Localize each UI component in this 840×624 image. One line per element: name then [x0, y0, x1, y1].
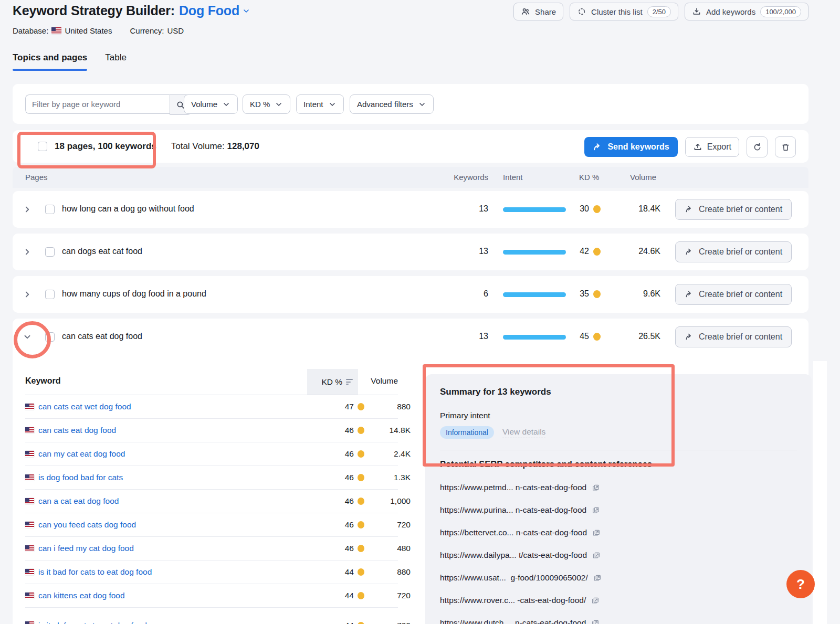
select-all-checkbox[interactable]	[38, 142, 47, 151]
keyword-link[interactable]: can i feed my cat dog food	[38, 544, 134, 553]
add-keywords-label: Add keywords	[706, 7, 755, 16]
external-link-icon[interactable]	[591, 596, 600, 605]
page-row-expanded: can cats eat dog food 13 45 26.5K Create…	[13, 319, 808, 624]
volume-filter-dropdown[interactable]: Volume	[184, 94, 238, 114]
tab-table[interactable]: Table	[105, 52, 127, 69]
summary-title: Summary for 13 keywords	[440, 387, 797, 397]
volume-value: 1.3K	[366, 473, 411, 482]
serp-url-row: https://www.dailypa... t/cats-eat-dog-fo…	[440, 544, 797, 566]
serp-url[interactable]: https://www.usat... g-food/10009065002/	[440, 573, 588, 583]
us-flag-icon	[25, 404, 34, 410]
delete-button[interactable]	[775, 136, 796, 157]
row-checkbox[interactable]	[45, 332, 55, 342]
keyword-link[interactable]: is it bad for cats to eat dog food	[38, 567, 152, 577]
kd-value: 46	[319, 473, 354, 482]
expand-chevron-icon[interactable]	[21, 203, 34, 216]
keywords-count: 13	[444, 204, 488, 214]
filter-bar: Volume KD % Intent Advanced filters	[13, 84, 808, 124]
share-button[interactable]: Share	[513, 3, 563, 20]
refresh-button[interactable]	[747, 136, 768, 157]
chevron-down-icon	[242, 7, 250, 15]
advanced-filters-dropdown[interactable]: Advanced filters	[350, 94, 434, 114]
view-details-link[interactable]: View details	[502, 427, 545, 438]
keyword-link[interactable]: can cats eat dog food	[38, 426, 116, 435]
page-title-text: how many cups of dog food in a pound	[62, 289, 206, 299]
kd-value: 35	[558, 289, 589, 299]
collapse-chevron-icon[interactable]	[21, 331, 34, 343]
serp-url[interactable]: https://www.dutch.... n-cats-eat-dog-foo…	[440, 618, 586, 624]
serp-url[interactable]: https://www.dailypa... t/cats-eat-dog-fo…	[440, 551, 587, 560]
advanced-filters-label: Advanced filters	[357, 100, 413, 109]
intent-filter-label: Intent	[303, 100, 323, 109]
external-link-icon[interactable]	[592, 506, 600, 514]
scrollbar-track[interactable]	[813, 361, 827, 624]
expand-chevron-icon[interactable]	[21, 288, 34, 301]
page-title-text: can cats eat dog food	[62, 332, 142, 341]
create-brief-button[interactable]: Create brief or content	[675, 199, 792, 220]
serp-url-row: https://www.dutch.... n-cats-eat-dog-foo…	[440, 611, 797, 624]
kd-filter-dropdown[interactable]: KD %	[243, 94, 290, 114]
chevron-down-icon	[222, 100, 230, 109]
serp-url[interactable]: https://bettervet.co... n-cats-eat-dog-f…	[440, 528, 587, 537]
keywords-count: 13	[444, 332, 488, 341]
add-keywords-button[interactable]: Add keywords 100/2,000	[685, 3, 808, 20]
keyword-row: can kittens eat dog food 44 720	[25, 584, 398, 608]
intent-bar	[503, 292, 566, 297]
serp-url[interactable]: https://www.purina... n-cats-eat-dog-foo…	[440, 505, 586, 515]
help-button[interactable]: ?	[786, 570, 815, 598]
page-title-text: can dogs eat cat food	[62, 247, 142, 256]
export-button[interactable]: Export	[685, 137, 739, 157]
search-input[interactable]	[25, 94, 170, 114]
us-flag-icon	[25, 522, 34, 528]
serp-url[interactable]: https://www.petmd... n-cats-eat-dog-food	[440, 483, 586, 492]
volume-value: 24.6K	[618, 247, 660, 256]
selection-summary: 18 pages, 100 keywords	[55, 141, 156, 152]
kd-col-header-sort[interactable]: KD %	[307, 369, 358, 395]
serp-url[interactable]: https://www.rover.c... -cats-eat-dog-foo…	[440, 596, 586, 605]
row-checkbox[interactable]	[45, 205, 55, 214]
intent-filter-dropdown[interactable]: Intent	[296, 94, 344, 114]
col-header-pages: Pages	[25, 173, 48, 182]
expand-chevron-icon[interactable]	[21, 246, 34, 258]
keyword-link[interactable]: can my cat eat dog food	[38, 449, 125, 459]
row-checkbox[interactable]	[45, 247, 55, 257]
list-name: Dog Food	[179, 3, 239, 18]
keyword-row: can cats eat wet dog food 47 880	[25, 395, 398, 419]
col-header-keywords: Keywords	[446, 173, 488, 182]
volume-value: 26.5K	[618, 332, 660, 341]
external-link-icon[interactable]	[592, 528, 601, 537]
create-brief-button[interactable]: Create brief or content	[675, 326, 792, 347]
send-keywords-button[interactable]: Send keywords	[584, 137, 677, 157]
keyword-link[interactable]: is dog food bad for cats	[38, 473, 123, 482]
keyword-link[interactable]: is it ok for cats to eat dog food	[38, 621, 147, 624]
col-header-intent: Intent	[503, 173, 523, 182]
kd-value: 46	[319, 426, 354, 435]
external-link-icon[interactable]	[593, 574, 602, 582]
kd-value: 42	[558, 247, 589, 256]
keyword-link[interactable]: can cats eat wet dog food	[38, 402, 131, 411]
create-brief-button[interactable]: Create brief or content	[675, 284, 792, 305]
kd-dot	[358, 521, 364, 528]
kd-dot	[358, 403, 364, 410]
keyword-row: is it bad for cats to eat dog food 44 88…	[25, 560, 398, 584]
keyword-link[interactable]: can kittens eat dog food	[38, 591, 125, 600]
external-link-icon[interactable]	[591, 619, 600, 624]
external-link-icon[interactable]	[592, 551, 601, 559]
chevron-down-icon	[275, 100, 283, 109]
keyword-link[interactable]: can you feed cats dog food	[38, 520, 136, 530]
create-brief-label: Create brief or content	[699, 205, 782, 214]
row-checkbox[interactable]	[45, 290, 55, 299]
external-link-icon[interactable]	[592, 483, 600, 492]
cluster-list-button[interactable]: Cluster this list 2/50	[570, 3, 678, 20]
kd-dot	[593, 248, 601, 256]
tab-topics-and-pages[interactable]: Topics and pages	[13, 52, 87, 69]
list-name-dropdown[interactable]: Dog Food	[179, 3, 250, 18]
us-flag-icon	[25, 427, 34, 433]
create-brief-button[interactable]: Create brief or content	[675, 241, 792, 262]
keyword-rows: can cats eat wet dog food 47 880 can cat…	[25, 395, 398, 624]
currency-value: USD	[167, 26, 184, 35]
keyword-row: can a cat eat dog food 46 1,000	[25, 490, 398, 513]
chevron-down-icon	[328, 100, 337, 109]
keyword-link[interactable]: can a cat eat dog food	[38, 496, 119, 506]
database-label: Database:	[13, 26, 48, 35]
